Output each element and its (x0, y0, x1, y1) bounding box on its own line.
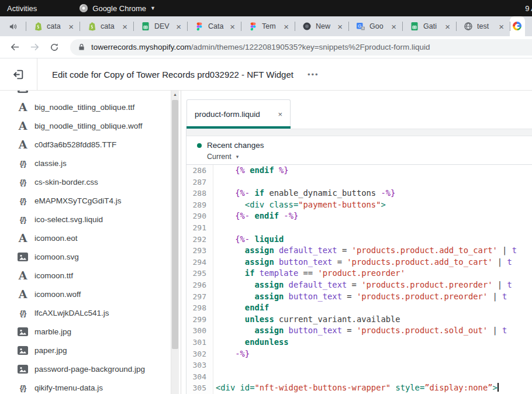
editor-tab-product-form[interactable]: product-form.liquid × (186, 99, 291, 129)
code-line: unless current_variant.available (216, 314, 532, 326)
file-item[interactable]: paper.jpg (0, 341, 181, 360)
svg-text:A: A (362, 26, 364, 30)
system-clock[interactable]: 9 A (525, 0, 532, 16)
browser-tab-list: cata×cata×DEV×Cata×Tem×New×GAGoo×Gati×te… (26, 16, 525, 36)
exit-code-editor-button[interactable] (0, 58, 37, 90)
file-item[interactable]: Aicomoon.ttf (0, 266, 181, 285)
file-item[interactable]: marble.jpg (0, 322, 181, 341)
more-actions-button[interactable]: ••• (304, 68, 323, 81)
file-list: Abig_noodle_titling_oblique.ttfAbig_nood… (0, 91, 181, 394)
file-name: qikify-tmenu-data.js (34, 383, 103, 392)
speaker-audio-icon[interactable] (0, 22, 26, 31)
tab-close-icon[interactable]: × (175, 22, 182, 31)
tab-close-icon[interactable]: × (229, 22, 236, 31)
code-line (216, 222, 532, 234)
file-item[interactable]: {/}cs-skin-border.css (0, 172, 181, 191)
browser-tab[interactable]: DEV× (133, 16, 187, 36)
file-name: classie.js (34, 159, 67, 168)
image-file-icon (18, 365, 28, 374)
browser-tab-label: Gati (423, 22, 444, 30)
line-number-gutter: 2862872882892902912922932942952962972982… (186, 165, 213, 394)
line-number: 296 (186, 279, 206, 291)
code-area[interactable]: 2862872882892902912922932942952962972982… (186, 165, 532, 394)
file-name: icomoon.eot (34, 234, 78, 243)
code-file-icon: {/} (20, 215, 26, 224)
line-number: 305 (186, 382, 206, 394)
editor-tab-close-icon[interactable]: × (278, 110, 282, 119)
version-dropdown[interactable]: Current ▾ (207, 153, 532, 161)
tab-close-icon[interactable]: × (498, 22, 505, 31)
content: Abig_noodle_titling_oblique.ttfAbig_nood… (0, 91, 532, 394)
code-file-icon: {/} (20, 309, 26, 317)
code-file-icon: {/} (20, 159, 26, 168)
file-name: c0df3a6b528fdd85.TTF (34, 140, 116, 149)
browser-tab-label: Goo (369, 22, 390, 30)
file-item[interactable]: {/}eMAPMXSyTCgGdiT4.js (0, 191, 181, 210)
line-number: 289 (186, 199, 206, 211)
code-line: assign button_text = 'products.product.a… (216, 257, 532, 268)
browser-tab[interactable]: Cata× (187, 16, 241, 36)
file-name: marble.jpg (34, 327, 71, 336)
editor-panel: Recent changes Current ▾ 286287288289290… (186, 129, 532, 394)
file-item[interactable]: Abig_noodle_titling_oblique.ttf (0, 98, 181, 116)
font-file-icon: A (19, 139, 27, 150)
tab-close-icon[interactable]: × (444, 22, 451, 31)
file-item-partial[interactable] (0, 91, 181, 98)
file-item[interactable]: password-page-background.jpg (0, 360, 181, 378)
shopify-icon (33, 22, 43, 31)
code-line: assign button_text = 'products.product.p… (216, 291, 532, 303)
app-menu[interactable]: Google Chrome ▼ (79, 4, 156, 13)
reload-icon[interactable] (47, 40, 62, 55)
browser-tab[interactable]: test× (456, 16, 510, 36)
line-number: 300 (186, 325, 206, 337)
tab-close-icon[interactable]: × (121, 22, 129, 31)
figma-icon (248, 22, 258, 31)
browser-tab[interactable] (510, 16, 525, 36)
tab-close-icon[interactable]: × (336, 22, 344, 31)
tab-close-icon[interactable]: × (282, 22, 290, 31)
browser-tab[interactable]: Gati× (402, 16, 456, 36)
line-number: 299 (186, 314, 206, 326)
file-item[interactable]: Aicomoon.woff (0, 285, 181, 303)
file-item[interactable]: icomoon.svg (0, 247, 181, 266)
file-item[interactable]: Abig_noodle_titling_oblique.woff (0, 116, 181, 135)
file-item[interactable]: Ac0df3a6b528fdd85.TTF (0, 135, 181, 154)
lock-icon[interactable] (78, 43, 85, 51)
browser-tab-label: Tem (262, 22, 282, 30)
sidebar-scrollbar[interactable]: ▲ (171, 91, 179, 394)
line-number: 291 (186, 222, 206, 234)
line-number: 301 (186, 337, 206, 348)
line-number: 294 (186, 257, 206, 268)
sheets-icon (410, 22, 419, 31)
page-title: Edit code for Copy of Tower Records prd0… (52, 70, 293, 80)
code-line (216, 371, 532, 383)
code-line: assign default_text = 'products.product.… (216, 279, 532, 291)
file-item[interactable]: {/}ico-select.svg.liquid (0, 210, 181, 229)
address-bar[interactable]: towerrecords.myshopify.com/admin/themes/… (70, 39, 532, 56)
file-item[interactable]: Aicomoon.eot (0, 229, 181, 247)
file-item[interactable]: {/}lfcAXLwjkDALc541.js (0, 303, 181, 322)
browser-tab[interactable]: Tem× (241, 16, 295, 36)
translate-icon: GA (356, 22, 365, 31)
scrollbar-thumb[interactable] (172, 100, 178, 349)
recent-changes-header: Recent changes Current ▾ (186, 136, 532, 165)
shopify-icon (87, 22, 96, 31)
browser-tab[interactable]: New× (295, 16, 348, 36)
url-text: towerrecords.myshopify.com/admin/themes/… (91, 43, 430, 51)
file-name: big_noodle_titling_oblique.ttf (34, 103, 134, 112)
back-icon[interactable] (7, 40, 22, 55)
file-item[interactable]: {/}classie.js (0, 154, 181, 172)
code-lines[interactable]: {% endif %} {%- if enable_dynamic_button… (213, 165, 532, 394)
dropdown-caret-icon: ▾ (236, 154, 239, 160)
activities-button[interactable]: Activities (0, 4, 37, 13)
file-item[interactable]: {/}qikify-tmenu-data.js (0, 378, 181, 394)
forward-icon[interactable] (27, 40, 42, 55)
browser-tab[interactable]: GAGoo× (348, 16, 402, 36)
browser-tab[interactable]: cata× (26, 16, 80, 36)
tab-close-icon[interactable]: × (67, 22, 75, 31)
browser-tab[interactable]: cata× (80, 16, 133, 36)
google-g-icon (513, 22, 522, 31)
tab-close-icon[interactable]: × (390, 22, 398, 31)
line-number: 303 (186, 360, 206, 371)
scrollbar-up-arrow-icon[interactable]: ▲ (171, 92, 179, 96)
